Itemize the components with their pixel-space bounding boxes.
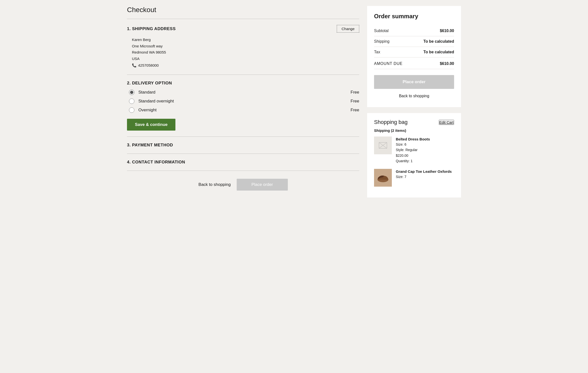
bag-item-1: Belted Dress Boots Size: 6 Style: Regula… xyxy=(374,137,454,164)
bag-item-1-size: Size: 6 xyxy=(396,142,430,147)
place-order-sidebar-button[interactable]: Place order xyxy=(374,75,454,89)
bag-item-2: Grand Cap Toe Leather Oxfords Size: 7 xyxy=(374,169,454,187)
subtotal-row: Subtotal $610.00 xyxy=(374,26,454,36)
amount-due-row: AMOUNT DUE $610.00 xyxy=(374,58,454,69)
bag-item-1-name: Belted Dress Boots xyxy=(396,137,430,142)
delivery-radio-standard[interactable] xyxy=(129,90,134,95)
address-phone: 📞 4257058000 xyxy=(132,62,359,69)
shipping-row: Shipping To be calculated xyxy=(374,36,454,47)
phone-number: 4257058000 xyxy=(138,62,159,69)
shopping-bag-header: Shopping bag Edit Cart xyxy=(374,119,454,125)
delivery-radio-overnight[interactable] xyxy=(129,107,134,113)
contact-information-section: 4. CONTACT INFORMATION xyxy=(127,154,359,171)
amount-due-label: AMOUNT DUE xyxy=(374,61,402,66)
back-to-shopping-button-bottom[interactable]: Back to shopping xyxy=(198,182,231,187)
address-name: Karen Berg xyxy=(132,37,359,43)
delivery-price-standard-overnight: Free xyxy=(351,99,359,104)
address-line2: Redmond WA 98055 xyxy=(132,49,359,56)
shipping-items-label: Shipping (2 items) xyxy=(374,128,454,133)
shipping-address-title: 1. SHIPPING ADDRESS xyxy=(127,26,176,31)
save-continue-button[interactable]: Save & continue xyxy=(127,119,175,131)
bag-item-2-details: Grand Cap Toe Leather Oxfords Size: 7 xyxy=(396,169,452,179)
phone-icon: 📞 xyxy=(132,62,137,69)
delivery-option-section: 2. DELIVERY OPTION Standard Free Standar… xyxy=(127,75,359,137)
page-title: Checkout xyxy=(127,6,359,14)
payment-method-title: 3. PAYMENT METHOD xyxy=(127,143,173,147)
delivery-price-standard: Free xyxy=(351,90,359,95)
bag-item-1-details: Belted Dress Boots Size: 6 Style: Regula… xyxy=(396,137,430,164)
shipping-address-section: 1. SHIPPING ADDRESS Change Karen Berg On… xyxy=(127,19,359,75)
shipping-address-header: 1. SHIPPING ADDRESS Change xyxy=(127,25,359,33)
payment-method-section: 3. PAYMENT METHOD xyxy=(127,137,359,154)
delivery-options-list: Standard Free Standard overnight Free Ov… xyxy=(127,90,359,113)
delivery-option-header: 2. DELIVERY OPTION xyxy=(127,81,359,86)
shopping-bag-card: Shopping bag Edit Cart Shipping (2 items… xyxy=(367,113,461,197)
subtotal-label: Subtotal xyxy=(374,29,389,33)
bag-item-2-name: Grand Cap Toe Leather Oxfords xyxy=(396,169,452,174)
delivery-label-standard-overnight[interactable]: Standard overnight xyxy=(138,99,347,104)
delivery-option-overnight: Overnight Free xyxy=(129,107,359,113)
address-block: Karen Berg One Microsoft way Redmond WA … xyxy=(127,37,359,69)
address-line1: One Microsoft way xyxy=(132,43,359,49)
delivery-option-standard-overnight: Standard overnight Free xyxy=(129,98,359,104)
tax-value: To be calculated xyxy=(423,50,454,54)
change-address-button[interactable]: Change xyxy=(337,25,359,33)
bag-item-2-size: Size: 7 xyxy=(396,174,452,179)
tax-row: Tax To be calculated xyxy=(374,47,454,58)
bottom-actions: Back to shopping Place order xyxy=(127,171,359,198)
bag-item-2-image xyxy=(374,169,392,187)
bag-item-1-style: Style: Regular xyxy=(396,147,430,153)
sidebar: Order summary Subtotal $610.00 Shipping … xyxy=(367,6,461,197)
delivery-option-standard: Standard Free xyxy=(129,90,359,95)
subtotal-value: $610.00 xyxy=(440,29,454,33)
shipping-value: To be calculated xyxy=(423,39,454,44)
bag-item-1-price: $220.00 xyxy=(396,153,430,158)
tax-label: Tax xyxy=(374,50,380,54)
amount-due-value: $610.00 xyxy=(440,61,454,66)
delivery-label-standard[interactable]: Standard xyxy=(138,90,347,95)
main-content: Checkout 1. SHIPPING ADDRESS Change Kare… xyxy=(127,6,359,198)
contact-information-title: 4. CONTACT INFORMATION xyxy=(127,160,185,164)
delivery-option-title: 2. DELIVERY OPTION xyxy=(127,81,172,86)
delivery-label-overnight[interactable]: Overnight xyxy=(138,108,347,113)
order-summary-card: Order summary Subtotal $610.00 Shipping … xyxy=(367,6,461,107)
delivery-price-overnight: Free xyxy=(351,108,359,113)
address-country: USA xyxy=(132,56,359,62)
order-summary-title: Order summary xyxy=(374,13,454,20)
place-order-button-bottom[interactable]: Place order xyxy=(237,179,288,191)
bag-item-1-quantity: Quantity: 1 xyxy=(396,158,430,164)
shipping-label: Shipping xyxy=(374,39,389,44)
bag-item-1-image xyxy=(374,137,392,154)
delivery-radio-standard-overnight[interactable] xyxy=(129,98,134,104)
back-to-shopping-sidebar-button[interactable]: Back to shopping xyxy=(374,92,454,100)
edit-cart-button[interactable]: Edit Cart xyxy=(439,120,454,125)
shopping-bag-title: Shopping bag xyxy=(374,119,408,125)
